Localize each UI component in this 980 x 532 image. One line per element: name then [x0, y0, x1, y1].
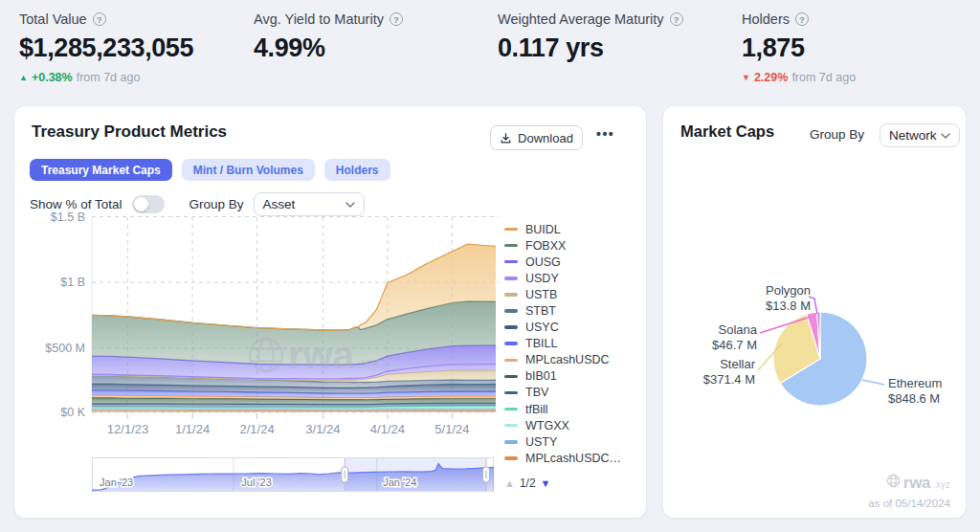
delta-value: +0.38%: [32, 71, 73, 84]
panel-title: Market Caps: [680, 122, 774, 141]
legend-label: TBV: [525, 386, 548, 399]
svg-text:$1 B: $1 B: [60, 276, 85, 289]
svg-text:Jan '23: Jan '23: [100, 477, 133, 488]
tab-mint-burn-volumes[interactable]: Mint / Burn Volumes: [182, 159, 315, 181]
legend-swatch: [504, 228, 518, 232]
stat-label-text: Avg. Yield to Maturity: [254, 11, 384, 27]
stat-label-text: Weighted Average Maturity: [498, 11, 664, 27]
time-range-brush[interactable]: Jan '23Jul '23Jan '24: [92, 457, 494, 492]
stat-weighted-maturity: Weighted Average Maturity ? 0.117 yrs: [498, 11, 683, 63]
legend-item-TBILL[interactable]: TBILL: [504, 336, 646, 352]
legend-swatch: [504, 456, 518, 460]
svg-text:Solana: Solana: [719, 322, 758, 337]
legend-swatch: [504, 424, 518, 428]
legend-item-MPLcashUSDC[interactable]: MPLcashUSDC…: [504, 450, 646, 466]
legend-item-WTGXX[interactable]: WTGXX: [504, 417, 646, 433]
legend-swatch: [504, 391, 518, 395]
help-icon[interactable]: ?: [93, 12, 106, 26]
svg-text:Stellar: Stellar: [720, 357, 756, 371]
legend-label: WTGXX: [525, 419, 569, 432]
up-triangle-icon: ▲: [19, 73, 28, 82]
svg-text:Jul '23: Jul '23: [241, 477, 271, 488]
legend-label: BUIDL: [525, 223, 561, 236]
download-button[interactable]: Download: [490, 125, 583, 150]
legend-item-USDY[interactable]: USDY: [504, 270, 646, 286]
as-of-date: as of 05/14/2024: [868, 498, 950, 509]
legend-label: TBILL: [525, 337, 557, 350]
stat-total-value: Total Value ? $1,285,233,055 ▲ +0.38% fr…: [19, 11, 193, 84]
stat-value: $1,285,233,055: [19, 33, 193, 63]
svg-text:rwa: rwa: [288, 334, 355, 376]
help-icon[interactable]: ?: [795, 12, 809, 26]
legend-item-TBV[interactable]: TBV: [504, 385, 646, 401]
legend-label: MPLcashUSDC: [525, 353, 610, 366]
legend-swatch: [504, 325, 518, 329]
stat-delta: ▼ 2.29% from 7d ago: [742, 71, 856, 84]
stat-label: Weighted Average Maturity ?: [498, 11, 683, 27]
legend-label: tfBill: [525, 403, 548, 416]
help-icon[interactable]: ?: [390, 12, 403, 26]
brand-logo: rwa .xyz: [886, 474, 950, 493]
chevron-down-icon: [941, 133, 950, 139]
svg-text:$1.5 B: $1.5 B: [51, 211, 85, 224]
market-caps-pie-chart[interactable]: Ethereum$848.6 MStellar$371.4 MSolana$46…: [671, 269, 968, 432]
stat-label-text: Total Value: [19, 11, 87, 27]
chevron-down-icon: [345, 202, 355, 208]
download-icon: [500, 132, 512, 144]
stat-avg-yield: Avg. Yield to Maturity ? 4.99%: [254, 11, 403, 63]
stat-value: 1,875: [742, 33, 856, 63]
legend-item-USTB[interactable]: USTB: [504, 286, 646, 302]
legend-swatch: [504, 277, 518, 280]
legend-item-bIB01[interactable]: bIB01: [504, 368, 646, 385]
brand-name: rwa: [903, 474, 930, 493]
legend-label: USTB: [525, 288, 557, 301]
legend-swatch: [504, 293, 518, 297]
delta-value: 2.29%: [754, 71, 788, 84]
legend-item-MPLcashUSDC[interactable]: MPLcashUSDC: [504, 352, 646, 368]
legend-item-BUIDL[interactable]: BUIDL: [504, 221, 646, 237]
legend-page-indicator: 1/2: [520, 477, 536, 490]
tab-holders[interactable]: Holders: [324, 159, 390, 181]
stat-holders: Holders ? 1,875 ▼ 2.29% from 7d ago: [742, 11, 856, 84]
svg-text:$848.6 M: $848.6 M: [888, 391, 940, 406]
legend-pagination: ▲1/2▼: [504, 477, 646, 490]
legend-label: OUSG: [525, 255, 561, 269]
legend-item-FOBXX[interactable]: FOBXX: [504, 237, 646, 254]
download-label: Download: [518, 131, 573, 145]
down-triangle-icon: ▼: [742, 73, 750, 82]
legend-label: STBT: [525, 304, 556, 318]
legend-item-OUSG[interactable]: OUSG: [504, 254, 646, 270]
stat-label: Holders ?: [742, 11, 856, 27]
svg-text:$371.4 M: $371.4 M: [703, 372, 755, 387]
chart-tabs: Treasury Market CapsMint / Burn VolumesH…: [30, 159, 390, 181]
legend-page-down-icon[interactable]: ▼: [541, 477, 551, 489]
legend-item-STBT[interactable]: STBT: [504, 302, 646, 319]
more-options-icon[interactable]: •••: [596, 126, 614, 142]
legend-swatch: [504, 309, 518, 313]
legend-item-USYC[interactable]: USYC: [504, 320, 646, 336]
treasury-product-metrics-panel: Treasury Product Metrics Download ••• Tr…: [13, 105, 647, 519]
market-caps-panel: Market Caps Group By Network Ethereum$84…: [662, 105, 967, 519]
legend-swatch: [504, 342, 518, 345]
legend-page-up-icon[interactable]: ▲: [504, 477, 515, 489]
svg-text:$0 K: $0 K: [60, 406, 85, 419]
stat-delta: ▲ +0.38% from 7d ago: [19, 71, 193, 84]
stat-value: 4.99%: [254, 33, 403, 63]
legend-label: USTY: [525, 435, 557, 449]
globe-icon: [886, 474, 901, 488]
svg-text:4/1/24: 4/1/24: [370, 422, 405, 436]
svg-text:12/1/23: 12/1/23: [107, 422, 148, 436]
help-icon[interactable]: ?: [670, 12, 683, 26]
tab-treasury-market-caps[interactable]: Treasury Market Caps: [30, 159, 172, 181]
group-by-value: Network: [889, 128, 937, 143]
legend-item-USTY[interactable]: USTY: [504, 433, 646, 450]
chart-legend: BUIDLFOBXXOUSGUSDYUSTBSTBTUSYCTBILLMPLca…: [504, 221, 646, 490]
svg-text:Jan '24: Jan '24: [383, 477, 416, 488]
legend-item-tfBill[interactable]: tfBill: [504, 401, 646, 417]
treasury-stacked-area-chart[interactable]: $1.5 B$1 B$500 M$0 K12/1/231/1/242/1/243…: [39, 210, 502, 445]
network-group-by-select[interactable]: Network: [880, 123, 960, 147]
delta-suffix: from 7d ago: [77, 71, 141, 84]
stacked-area-svg: $1.5 B$1 B$500 M$0 K12/1/231/1/242/1/243…: [39, 210, 502, 445]
brand-suffix: .xyz: [933, 479, 950, 490]
legend-swatch: [504, 359, 518, 363]
